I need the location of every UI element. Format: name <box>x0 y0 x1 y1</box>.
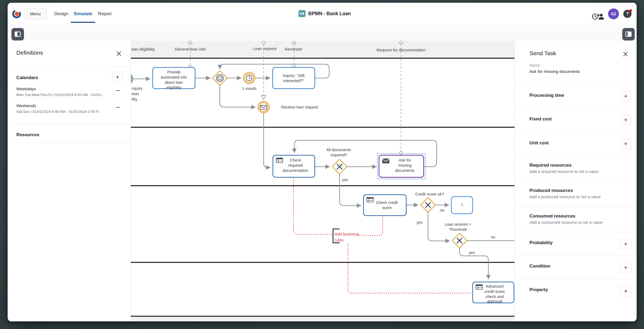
add-processing-time-button[interactable]: + <box>620 91 631 102</box>
yes-label: yes <box>469 250 475 255</box>
receive-message-event[interactable] <box>258 101 269 113</box>
task-provide-info[interactable]: Provide automated info about loan eligib… <box>153 67 195 90</box>
task-advanced-check[interactable]: Advanced credit score check and approval <box>473 282 514 303</box>
svg-text:missing: missing <box>398 163 411 167</box>
business-rule-icon <box>476 285 482 289</box>
tab-simulate[interactable]: Simulate <box>74 3 92 24</box>
tab-design[interactable]: Design <box>54 3 68 24</box>
name-value: Ask for missing documents <box>529 69 580 74</box>
row-probability: Probability <box>529 240 553 245</box>
row-required-resources: Required resources <box>529 163 572 168</box>
add-probability-button[interactable]: + <box>620 238 631 250</box>
add-property-button[interactable]: + <box>620 285 631 297</box>
svg-text:check and: check and <box>486 294 504 299</box>
svg-text:Loan request: Loan request <box>253 46 277 51</box>
svg-text:Add business: Add business <box>335 232 359 236</box>
avatar[interactable]: SZ <box>608 8 619 19</box>
send-task-icon <box>382 159 389 163</box>
document-title[interactable]: BPMN - Bank Loan <box>308 3 351 24</box>
toggle-right-panel-button[interactable] <box>622 28 635 41</box>
credit-ok-label: Credit score ok? <box>415 192 444 196</box>
row-condition: Condition <box>529 263 550 269</box>
svg-text:loan: loan <box>132 92 139 96</box>
remove-weekends-button[interactable] <box>115 104 121 110</box>
resources-heading: Resources <box>16 132 39 137</box>
svg-text:rules: rules <box>335 238 344 242</box>
row-consumed-resources: Consumed resources <box>529 213 575 219</box>
svg-text:General loan info: General loan info <box>175 47 206 51</box>
task-check-credit[interactable]: Check credit score <box>363 195 406 216</box>
add-calendar-button[interactable]: + <box>112 72 123 83</box>
svg-text:documents: documents <box>395 168 415 173</box>
timer-event[interactable] <box>244 72 255 84</box>
add-fixed-cost-button[interactable]: + <box>620 114 631 126</box>
bpmn-file-icon <box>298 10 306 17</box>
svg-text:about loan: about loan <box>165 80 183 85</box>
app-window: Menu Design Simulate Report BPMN - Bank … <box>8 3 637 321</box>
receive-label: Receive loan request <box>281 105 318 109</box>
calendar-item-weekdays[interactable]: Weekdays <box>16 86 36 91</box>
svg-text:automated info: automated info <box>161 75 187 79</box>
consumed-resources-hint: Add a consumed resource to set a value <box>529 220 603 225</box>
close-properties-icon[interactable] <box>623 51 628 57</box>
definitions-panel: Definitions Calendars + Weekdays Mon,Tue… <box>8 41 131 321</box>
divider <box>515 131 637 132</box>
svg-text:interested?": interested?" <box>283 79 304 83</box>
svg-text:score: score <box>382 206 392 210</box>
app-header: Menu Design Simulate Report BPMN - Bank … <box>8 3 637 25</box>
menu-button[interactable]: Menu <box>24 8 47 20</box>
properties-panel: Send Task Name Ask for missing documents… <box>514 41 637 321</box>
task-check-docs[interactable]: Check required documentation <box>273 155 315 177</box>
task-unknown[interactable]: ? <box>451 197 473 214</box>
no-label: no <box>440 208 444 212</box>
add-unit-cost-button[interactable]: + <box>620 138 631 150</box>
remove-weekdays-button[interactable] <box>115 88 121 94</box>
no-label: no <box>491 235 495 239</box>
divider <box>8 66 131 67</box>
svg-text:Threshold: Threshold <box>449 227 467 232</box>
divider <box>8 144 131 144</box>
svg-text:Advanced: Advanced <box>486 284 504 288</box>
row-fixed-cost: Fixed cost <box>529 116 552 122</box>
divider <box>515 83 637 83</box>
divider <box>515 206 637 206</box>
divider <box>515 232 637 232</box>
tab-report[interactable]: Report <box>98 3 112 24</box>
all-docs-label: All documents <box>326 148 351 152</box>
svg-text:approval: approval <box>487 299 502 303</box>
close-definitions-icon[interactable] <box>116 51 122 57</box>
properties-title: Send Task <box>529 50 556 57</box>
definitions-title: Definitions <box>16 49 43 56</box>
active-tab-underline <box>71 22 95 23</box>
divider <box>515 155 637 155</box>
svg-text:Provide: Provide <box>167 70 180 74</box>
left-panel-icon <box>14 30 22 38</box>
row-property: Property <box>529 287 548 292</box>
yes-label: yes <box>417 220 423 225</box>
svg-text:ility: ility <box>132 97 138 101</box>
camunda-logo <box>11 9 22 19</box>
add-condition-button[interactable]: + <box>620 262 631 273</box>
calendar-weekends-detail: Sat,Sun | 01/01/2024 8:00 AM - 01/01/202… <box>16 110 101 114</box>
toggle-left-panel-button[interactable] <box>11 28 24 41</box>
svg-text:documentation: documentation <box>282 168 308 173</box>
svg-text:credit score: credit score <box>485 289 505 294</box>
svg-text:?: ? <box>461 203 463 207</box>
canvas-toolbar: Preview feature 0 simulations Run <box>8 24 637 41</box>
business-rule-icon <box>276 158 283 163</box>
divider <box>515 107 637 108</box>
produced-resources-hint: Add a produced resource to set a value <box>529 194 601 199</box>
task-ask-missing-selected[interactable]: Ask for missing documents <box>377 154 425 179</box>
svg-text:oan eligibility: oan eligibility <box>131 47 155 51</box>
svg-text:Check: Check <box>290 158 301 162</box>
svg-text:required?: required? <box>330 153 347 157</box>
svg-text:nquiry: nquiry <box>132 86 143 91</box>
task-inquiry[interactable]: Inquiry: "Still interested?" <box>273 67 315 89</box>
divider <box>515 181 637 181</box>
svg-text:Reminder: Reminder <box>285 47 302 51</box>
loan-amount-label: Loan amount > <box>445 222 471 226</box>
bpmn-canvas[interactable]: Provide automated info about loan eligib… <box>131 41 514 321</box>
calendar-item-weekends[interactable]: Weekends <box>16 103 36 108</box>
add-user-icon[interactable] <box>596 13 605 21</box>
calendar-weekdays-detail: Mon,Tue,Wed,Thu,Fri | 01/01/2024 8:00 AM… <box>16 93 104 97</box>
